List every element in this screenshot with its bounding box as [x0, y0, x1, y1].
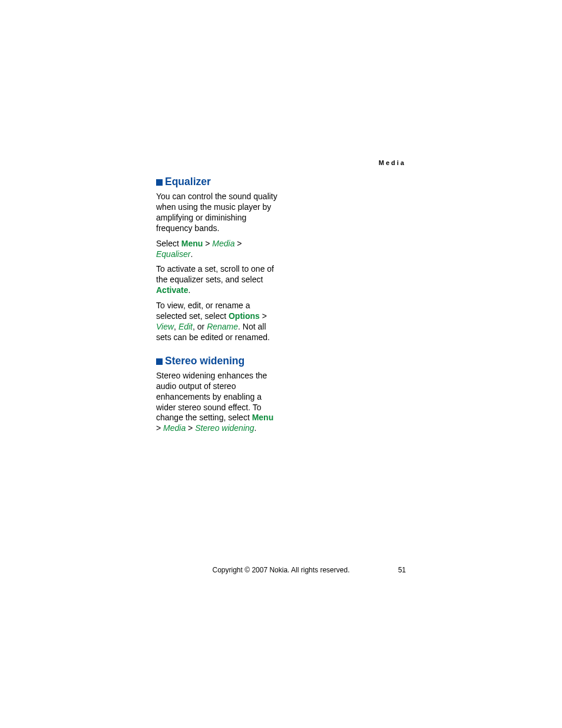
running-head: Media — [379, 159, 406, 166]
text: > — [156, 423, 163, 433]
section-heading: Equalizer — [156, 176, 280, 188]
paragraph: You can control the sound quality when u… — [156, 192, 280, 234]
text: . — [188, 285, 190, 295]
nav-path: Equaliser — [156, 249, 190, 259]
heading-text: Equalizer — [165, 176, 211, 187]
menu-label: Activate — [156, 285, 188, 295]
body-content: Equalizer You can control the sound qual… — [156, 176, 280, 446]
text: , or — [193, 322, 207, 331]
text: . — [190, 249, 193, 259]
document-page: Media Equalizer You can control the soun… — [0, 0, 562, 728]
page-number: 51 — [398, 566, 406, 574]
nav-path: Media — [163, 423, 186, 433]
menu-label: Menu — [181, 239, 203, 248]
menu-label: Menu — [252, 413, 274, 422]
square-bullet-icon — [156, 179, 163, 186]
text: > — [203, 239, 212, 248]
section-equalizer: Equalizer You can control the sound qual… — [156, 176, 280, 343]
text: . — [254, 423, 257, 433]
section-heading: Stereo widening — [156, 355, 280, 367]
menu-label: Options — [229, 311, 260, 321]
paragraph: Select Menu > Media > Equaliser. — [156, 239, 280, 260]
text: > — [260, 311, 267, 321]
text: , — [174, 322, 178, 331]
nav-path: View — [156, 322, 174, 331]
nav-path: Media — [212, 239, 234, 248]
paragraph: To activate a set, scroll to one of the … — [156, 264, 280, 296]
nav-path: Stereo widening — [195, 423, 254, 433]
text: Stereo widening enhances the audio outpu… — [156, 371, 267, 423]
text: To activate a set, scroll to one of the … — [156, 264, 274, 284]
paragraph: To view, edit, or rename a selected set,… — [156, 301, 280, 343]
paragraph: Stereo widening enhances the audio outpu… — [156, 371, 280, 434]
text: > — [186, 423, 195, 433]
nav-path: Edit — [178, 322, 193, 331]
copyright-text: Copyright © 2007 Nokia. All rights reser… — [0, 566, 562, 574]
text: > — [234, 239, 242, 248]
heading-text: Stereo widening — [165, 355, 244, 367]
section-stereo-widening: Stereo widening Stereo widening enhances… — [156, 355, 280, 434]
text: Select — [156, 239, 181, 248]
square-bullet-icon — [156, 358, 163, 365]
nav-path: Rename — [207, 322, 238, 331]
